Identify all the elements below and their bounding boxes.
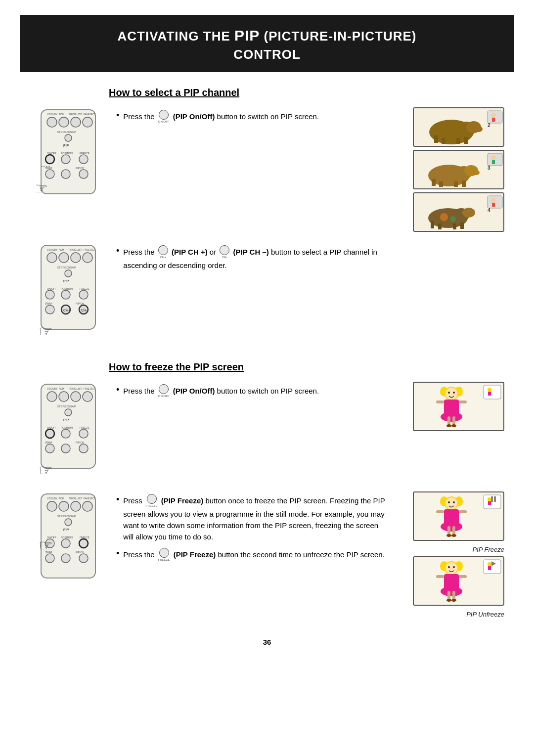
svg-text:PIP CH: PIP CH xyxy=(76,167,84,170)
svg-rect-171 xyxy=(436,510,444,513)
channel-2-illustration: 2 xyxy=(414,108,503,145)
svg-text:PIP CH: PIP CH xyxy=(76,441,84,444)
bullet-item-4: • Press FREEZE (PIP Freeze) button once … xyxy=(116,494,391,543)
svg-point-67 xyxy=(47,253,57,263)
svg-point-82 xyxy=(61,290,70,299)
svg-point-83 xyxy=(79,290,88,299)
svg-text:V.DOLBY: V.DOLBY xyxy=(47,248,58,251)
svg-point-189 xyxy=(446,599,451,602)
page-header: Activating the PIP (Picture-in-Picture) … xyxy=(20,15,514,72)
svg-text:ADH: ADH xyxy=(59,497,64,500)
section2-title: How to freeze the PIP screen xyxy=(30,361,504,373)
svg-point-1 xyxy=(47,117,57,127)
svg-rect-42 xyxy=(432,179,436,186)
svg-rect-167 xyxy=(447,526,450,535)
svg-point-63 xyxy=(491,198,496,203)
svg-point-96 xyxy=(83,392,92,401)
main-content: How to select a PIP channel V.DOLBY ADH … xyxy=(0,87,534,618)
svg-point-21 xyxy=(45,170,54,178)
svg-text:CH-: CH- xyxy=(81,309,88,312)
svg-rect-37 xyxy=(492,118,495,122)
svg-text:FAVE.RCT: FAVE.RCT xyxy=(84,387,95,390)
freeze-row-2: V.DOLBY ADH PROG.LIST FAVE.RCT STEREO/SA… xyxy=(30,491,504,618)
svg-point-138 xyxy=(83,501,92,511)
svg-point-47 xyxy=(473,170,480,175)
svg-text:PROG.LIST: PROG.LIST xyxy=(69,113,82,116)
svg-rect-195 xyxy=(488,566,491,570)
svg-text:ADH: ADH xyxy=(59,248,64,251)
svg-point-22 xyxy=(61,170,70,178)
page-title: Activating the PIP (Picture-in-Picture) … xyxy=(49,26,485,63)
illus-col-2 xyxy=(400,382,504,431)
illus-col-3: PIP Freeze xyxy=(400,491,504,618)
girl-normal-frame xyxy=(413,382,504,431)
svg-text:V.DOLBY: V.DOLBY xyxy=(47,113,58,116)
svg-point-121 xyxy=(448,392,450,394)
svg-point-60 xyxy=(450,216,456,222)
svg-point-107 xyxy=(45,429,54,438)
svg-point-61 xyxy=(462,208,475,218)
svg-rect-192 xyxy=(459,575,467,578)
svg-point-114 xyxy=(79,444,88,453)
svg-text:PROG.LIST: PROG.LIST xyxy=(69,387,82,390)
svg-rect-45 xyxy=(462,180,466,187)
svg-rect-30 xyxy=(442,138,445,144)
remote-illustration-2: V.DOLBY ADH PROG.LIST FAVE.RCT STEREO/SA… xyxy=(36,243,100,342)
ch-plus-icon: CH+ xyxy=(158,245,168,260)
svg-rect-130 xyxy=(459,400,467,403)
svg-point-120 xyxy=(445,388,457,400)
svg-text:STEREO/SAP: STEREO/SAP xyxy=(57,266,76,269)
svg-rect-191 xyxy=(436,575,444,578)
svg-text:PIP: PIP xyxy=(63,279,69,283)
svg-text:POSITION: POSITION xyxy=(61,152,73,155)
svg-point-135 xyxy=(47,501,57,511)
svg-point-17 xyxy=(79,155,88,164)
text-col-2: • Press the CH+ (PIP CH +) or CH- (PIP xyxy=(116,243,391,276)
svg-text:☞: ☞ xyxy=(39,461,53,479)
svg-text:FAVE.RCT: FAVE.RCT xyxy=(84,113,95,116)
svg-text:PIP: PIP xyxy=(63,528,69,532)
svg-text:CH+: CH+ xyxy=(63,309,70,312)
svg-text:SWAP: SWAP xyxy=(45,167,52,170)
page-number: 36 xyxy=(0,638,534,656)
svg-text:V.DOLBY: V.DOLBY xyxy=(47,387,58,390)
svg-text:FAVE.RCT: FAVE.RCT xyxy=(84,248,95,251)
svg-text:PROG.LIST: PROG.LIST xyxy=(69,248,82,251)
bullet-item-3: • Press the ON/OFF (PIP On/Off) button t… xyxy=(116,384,391,399)
bullet-item-2: • Press the CH+ (PIP CH +) or CH- (PIP xyxy=(116,245,391,271)
svg-point-170 xyxy=(451,534,456,537)
svg-rect-56 xyxy=(438,223,442,229)
svg-point-186 xyxy=(441,586,462,596)
text-col-3: • Press the ON/OFF (PIP On/Off) button t… xyxy=(116,382,391,403)
remote-col-2: V.DOLBY ADH PROG.LIST FAVE.RCT STEREO/SA… xyxy=(30,243,106,342)
onoff-button-icon-1: ON/OFF xyxy=(158,110,170,124)
svg-rect-168 xyxy=(452,526,455,535)
svg-rect-50 xyxy=(492,160,495,164)
svg-text:ADH: ADH xyxy=(59,387,64,390)
bullet-item-1: • Press the ON/OFF (PIP On/Off) button t… xyxy=(116,110,391,124)
svg-point-95 xyxy=(71,392,81,401)
svg-rect-188 xyxy=(452,591,455,600)
svg-point-70 xyxy=(83,253,92,263)
illus-col-1: 2 xyxy=(400,107,504,232)
svg-text:FAVE.RCT: FAVE.RCT xyxy=(84,497,95,500)
bullet-item-5: • Press the FREEZE (PIP Freeze) button t… xyxy=(116,548,391,562)
remote-illustration-1: V.DOLBY ADH PROG.LIST FAVE.RCT STEREO/SA… xyxy=(36,107,100,206)
svg-point-154 xyxy=(45,554,54,563)
svg-rect-58 xyxy=(460,222,464,229)
svg-rect-29 xyxy=(434,135,438,143)
svg-text:PIP: PIP xyxy=(63,418,69,422)
svg-point-10 xyxy=(65,134,72,141)
svg-point-136 xyxy=(59,501,69,511)
svg-text:PROG.LIST: PROG.LIST xyxy=(69,497,82,500)
svg-point-169 xyxy=(446,534,451,537)
svg-point-59 xyxy=(440,213,448,221)
svg-point-108 xyxy=(61,429,70,438)
svg-text:POSITION: POSITION xyxy=(61,536,73,539)
girl-normal-illustration xyxy=(414,383,503,430)
svg-text:FREEZE: FREEZE xyxy=(80,426,89,429)
svg-text:ADH: ADH xyxy=(59,113,64,116)
text-col-1: • Press the ON/OFF (PIP On/Off) button t… xyxy=(116,107,391,129)
svg-text:☞: ☞ xyxy=(39,536,53,554)
girl-freeze-frame xyxy=(413,491,504,541)
